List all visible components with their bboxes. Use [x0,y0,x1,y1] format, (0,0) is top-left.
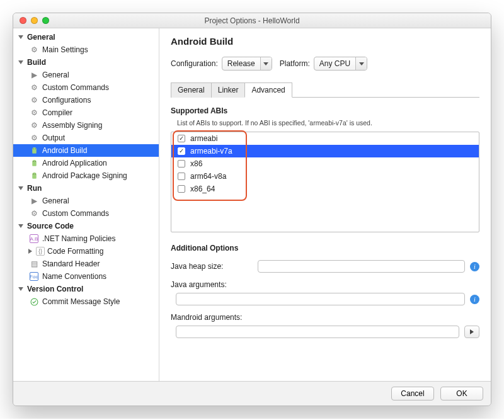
checkbox-icon[interactable] [178,173,185,180]
sidebar-item-code-formatting[interactable]: {} Code Formatting [13,245,159,258]
checkbox-icon[interactable] [178,135,185,142]
sidebar-group-run[interactable]: Run [13,182,159,195]
supported-abis-title: Supported ABIs [171,106,479,115]
project-options-window: Project Options - HelloWorld General ⚙︎ … [13,13,491,406]
policy-icon: A.B [30,234,38,243]
gear-icon: ⚙︎ [30,121,38,130]
sidebar-item-custom-commands[interactable]: ⚙︎ Custom Commands [13,81,159,94]
gear-icon: ⚙︎ [30,209,38,218]
svg-point-0 [33,148,33,149]
mandroid-args-label: Mandroid arguments: [171,313,253,322]
config-row: Configuration: Release Platform: Any CPU [171,57,479,71]
gear-icon: ⚙︎ [30,83,38,92]
svg-point-1 [35,148,35,149]
main-panel: Android Build Configuration: Release Pla… [159,28,491,381]
sidebar: General ⚙︎ Main Settings Build ▶ General… [13,28,159,381]
mandroid-args-row: Mandroid arguments: [171,313,479,322]
tab-advanced[interactable]: Advanced [244,82,292,98]
titlebar: Project Options - HelloWorld [13,13,491,28]
sidebar-item-android-package-signing[interactable]: Android Package Signing [13,169,159,182]
page-title: Android Build [171,36,479,47]
format-icon: {} [36,247,45,256]
svg-point-4 [33,173,33,174]
play-icon: ▶ [30,196,38,205]
run-button[interactable] [464,326,479,338]
android-icon [30,171,38,180]
window-title: Project Options - HelloWorld [13,16,491,25]
play-icon: ▶ [30,71,38,79]
svg-point-3 [35,161,35,161]
sidebar-item-standard-header[interactable]: ▤ Standard Header [13,258,159,270]
sidebar-item-commit-message-style[interactable]: Commit Message Style [13,295,159,308]
info-icon[interactable]: i [470,295,479,304]
svg-point-5 [35,173,35,174]
platform-label: Platform: [280,59,310,68]
tab-linker[interactable]: Linker [211,82,246,98]
tab-bar: General Linker Advanced [171,82,479,98]
checkbox-icon[interactable] [178,147,185,155]
abi-list[interactable]: armeabi armeabi-v7a x86 arm64-v8a x86_64 [171,132,479,232]
chevron-down-icon [260,57,272,70]
mandroid-args-input[interactable] [176,326,459,338]
sidebar-item-net-naming-policies[interactable]: A.B .NET Naming Policies [13,232,159,245]
svg-point-2 [33,161,33,161]
platform-select[interactable]: Any CPU [314,57,367,71]
sidebar-item-run-custom-commands[interactable]: ⚙︎ Custom Commands [13,207,159,220]
sidebar-item-run-general[interactable]: ▶ General [13,195,159,207]
checkbox-icon[interactable] [178,160,185,167]
abi-row-armeabi[interactable]: armeabi [171,132,479,145]
java-heap-row: Java heap size: i [171,260,479,273]
java-heap-input[interactable] [258,260,465,273]
gear-icon: ⚙︎ [30,133,38,142]
abi-row-x86-64[interactable]: x86_64 [171,183,479,195]
cancel-button[interactable]: Cancel [391,387,434,400]
abi-row-arm64-v8a[interactable]: arm64-v8a [171,170,479,183]
abi-row-armeabi-v7a[interactable]: armeabi-v7a [171,145,479,157]
supported-abis-hint: List of ABIs to support. If no ABI is sp… [171,119,479,127]
mandroid-args-input-row [171,326,479,338]
sidebar-group-source-code[interactable]: Source Code [13,220,159,232]
sidebar-item-name-conventions[interactable]: Foo Name Conventions [13,270,159,283]
check-circle-icon [30,297,38,306]
java-heap-label: Java heap size: [171,262,253,271]
java-args-input[interactable] [176,293,465,305]
sidebar-item-android-build[interactable]: Android Build [13,144,159,157]
checkbox-icon[interactable] [178,185,185,193]
java-args-row: Java arguments: [171,280,479,289]
android-icon [30,146,38,155]
additional-options-title: Additional Options [171,244,479,253]
abi-row-x86[interactable]: x86 [171,157,479,170]
sidebar-item-compiler[interactable]: ⚙︎ Compiler [13,106,159,119]
sidebar-item-output[interactable]: ⚙︎ Output [13,132,159,144]
tab-general[interactable]: General [171,82,212,98]
gear-icon: ⚙︎ [30,45,38,54]
android-icon [30,159,38,167]
sidebar-item-android-application[interactable]: Android Application [13,157,159,169]
sidebar-group-general[interactable]: General [13,31,159,43]
java-args-input-row: i [171,293,479,305]
name-icon: Foo [30,272,38,281]
configuration-select[interactable]: Release [222,57,272,71]
info-icon[interactable]: i [470,262,479,271]
sidebar-item-assembly-signing[interactable]: ⚙︎ Assembly Signing [13,119,159,132]
sidebar-item-main-settings[interactable]: ⚙︎ Main Settings [13,43,159,56]
gear-icon: ⚙︎ [30,108,38,117]
sidebar-group-version-control[interactable]: Version Control [13,283,159,295]
sidebar-group-build[interactable]: Build [13,56,159,69]
ok-button[interactable]: OK [440,387,483,400]
dialog-footer: Cancel OK [13,381,491,406]
gear-icon: ⚙︎ [30,96,38,105]
java-args-label: Java arguments: [171,280,253,289]
sidebar-item-configurations[interactable]: ⚙︎ Configurations [13,94,159,106]
configuration-label: Configuration: [171,59,218,68]
chevron-down-icon [355,57,367,70]
sidebar-item-build-general[interactable]: ▶ General [13,69,159,81]
doc-icon: ▤ [30,259,38,268]
